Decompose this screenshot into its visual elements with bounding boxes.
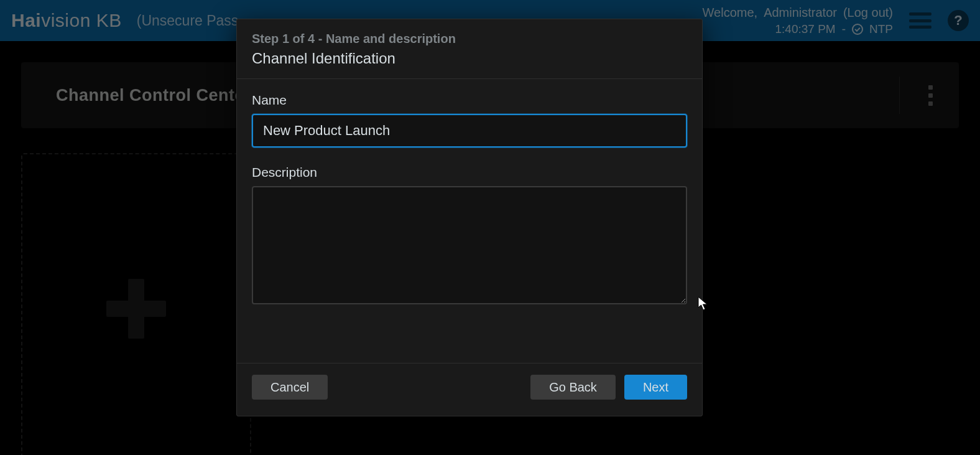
description-textarea[interactable]: [252, 186, 687, 304]
cancel-button[interactable]: Cancel: [252, 375, 328, 400]
name-label: Name: [252, 93, 687, 108]
next-button[interactable]: Next: [624, 375, 687, 400]
modal-step-indicator: Step 1 of 4 - Name and description: [252, 32, 687, 46]
go-back-button[interactable]: Go Back: [530, 375, 616, 400]
description-label: Description: [252, 165, 687, 180]
name-input[interactable]: [252, 114, 687, 148]
modal-title: Channel Identification: [252, 50, 687, 67]
channel-identification-modal: Step 1 of 4 - Name and description Chann…: [236, 19, 703, 416]
modal-header: Step 1 of 4 - Name and description Chann…: [237, 19, 702, 79]
modal-footer-right: Go Back Next: [530, 375, 687, 400]
modal-footer: Cancel Go Back Next: [237, 363, 702, 416]
modal-body: Name Description: [237, 79, 702, 363]
